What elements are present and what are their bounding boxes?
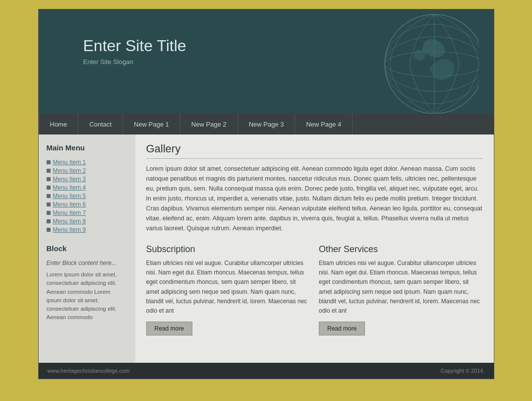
other-services-text: Etiam ultricies nisi vel augue. Curabitu… xyxy=(319,259,483,316)
site-slogan: Enter Site Slogan xyxy=(83,58,494,66)
list-item: Menu Item 5 xyxy=(47,193,126,200)
bullet-icon xyxy=(47,194,51,198)
other-services-read-more[interactable]: Read more xyxy=(319,322,365,335)
gallery-title: Gallery xyxy=(146,142,483,155)
block-title: Block xyxy=(47,244,126,255)
bullet-icon xyxy=(47,160,51,164)
content-area: Gallery Lorem ipsum dolor sit amet, cons… xyxy=(135,134,494,363)
footer: www.heritagechristiancollege.com Copyrig… xyxy=(39,363,494,379)
menu-item-7[interactable]: Menu Item 7 xyxy=(53,209,86,216)
bullet-icon xyxy=(47,228,51,232)
nav-home[interactable]: Home xyxy=(39,114,79,134)
list-item: Menu Item 6 xyxy=(47,201,126,208)
list-item: Menu Item 9 xyxy=(47,226,126,233)
main-menu-title: Main Menu xyxy=(47,143,126,154)
menu-item-3[interactable]: Menu Item 3 xyxy=(53,176,86,183)
two-col-section: Subscription Etiam ultricies nisi vel au… xyxy=(146,244,483,335)
subscription-section: Subscription Etiam ultricies nisi vel au… xyxy=(146,244,310,335)
other-services-title: Other Services xyxy=(319,244,483,255)
menu-item-2[interactable]: Menu Item 2 xyxy=(53,167,86,174)
header: Enter Site Title Enter Site Slogan xyxy=(39,9,494,114)
site-title: Enter Site Title xyxy=(83,37,494,55)
nav-contact[interactable]: Contact xyxy=(78,114,123,134)
subscription-title: Subscription xyxy=(146,244,310,255)
menu-item-1[interactable]: Menu Item 1 xyxy=(53,159,86,166)
nav-page4[interactable]: New Page 4 xyxy=(295,114,353,134)
subscription-read-more[interactable]: Read more xyxy=(146,322,192,335)
menu-list: Menu Item 1 Menu Item 2 Menu Item 3 Menu… xyxy=(47,159,126,233)
menu-item-4[interactable]: Menu Item 4 xyxy=(53,184,86,191)
bullet-icon xyxy=(47,169,51,173)
nav-page1[interactable]: New Page 1 xyxy=(123,114,180,134)
nav-page3[interactable]: New Page 3 xyxy=(238,114,296,134)
nav-page2[interactable]: New Page 2 xyxy=(180,114,238,134)
bullet-icon xyxy=(47,219,51,223)
main-content: Main Menu Menu Item 1 Menu Item 2 Menu I… xyxy=(39,134,494,363)
footer-right: Copyright © 2014. xyxy=(441,368,485,374)
menu-item-6[interactable]: Menu Item 6 xyxy=(53,201,86,208)
block-content: Enter Block content here... xyxy=(47,260,126,267)
block-lorem: Lorem ipsum dolor sit amet, consectetuer… xyxy=(47,270,126,322)
outer-wrapper: Enter Site Title Enter Site Slogan Home … xyxy=(38,9,494,379)
menu-item-5[interactable]: Menu Item 5 xyxy=(53,193,86,200)
list-item: Menu Item 3 xyxy=(47,176,126,183)
footer-left: www.heritagechristiancollege.com xyxy=(48,368,130,374)
list-item: Menu Item 1 xyxy=(47,159,126,166)
menu-item-8[interactable]: Menu Item 8 xyxy=(53,218,86,225)
gallery-text: Lorem ipsum dolor sit amet, consectetuer… xyxy=(146,164,483,233)
gallery-divider xyxy=(146,158,483,159)
bullet-icon xyxy=(47,186,51,190)
sidebar: Main Menu Menu Item 1 Menu Item 2 Menu I… xyxy=(39,134,135,363)
other-services-section: Other Services Etiam ultricies nisi vel … xyxy=(319,244,483,335)
list-item: Menu Item 4 xyxy=(47,184,126,191)
bullet-icon xyxy=(47,211,51,215)
list-item: Menu Item 7 xyxy=(47,209,126,216)
bullet-icon xyxy=(47,202,51,206)
bullet-icon xyxy=(47,177,51,181)
menu-item-9[interactable]: Menu Item 9 xyxy=(53,226,86,233)
subscription-text: Etiam ultricies nisi vel augue. Curabitu… xyxy=(146,259,310,316)
list-item: Menu Item 2 xyxy=(47,167,126,174)
header-text: Enter Site Title Enter Site Slogan xyxy=(39,9,494,66)
gallery-section: Gallery Lorem ipsum dolor sit amet, cons… xyxy=(146,142,483,233)
main-nav: Home Contact New Page 1 New Page 2 New P… xyxy=(39,114,494,134)
list-item: Menu Item 8 xyxy=(47,218,126,225)
